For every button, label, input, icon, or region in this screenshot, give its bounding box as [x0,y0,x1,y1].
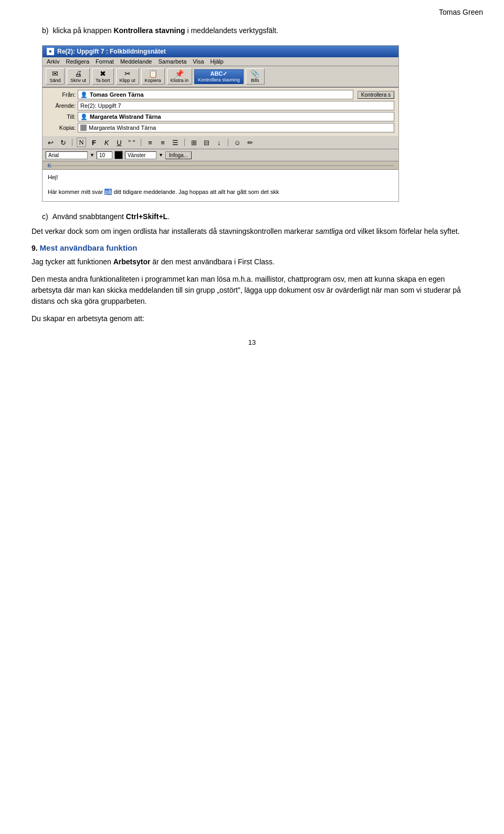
highlighted-word: på [104,189,112,195]
normal-btn[interactable]: N [77,138,86,147]
list-btn[interactable]: ☰ [171,139,180,147]
undo-btn[interactable]: ↩ [46,139,55,147]
email-menubar: Arkiv Redigera Format Meddelande Samarbe… [43,57,398,66]
section-9-para2: Du skapar en arbetsyta genom att: [32,313,472,324]
font-dropdown-arrow[interactable]: ▼ [90,152,94,158]
section-9-heading: Mest användbara funktion [40,243,138,252]
email-toolbar: ✉ Sänd 🖨 Skriv ut ✖ Ta bort ✂ Klipp ut 📋… [43,66,398,88]
page-number: 13 [248,338,256,346]
email-body[interactable]: Hej! Här kommer mitt svar på ditt tidiga… [43,170,398,201]
section-b-text2: i meddelandets verktygsfält. [185,26,278,35]
outdent-btn[interactable]: ⊟ [202,139,211,147]
intro-text2: är den mest användbara i First Class. [150,258,275,266]
to-label: Till: [47,114,76,120]
menu-samarbeta[interactable]: Samarbeta [159,58,187,65]
redo-btn[interactable]: ↻ [58,139,68,147]
para1-text1: Det verkar dock som om ingen ordlista ha… [32,227,316,235]
bold-format-btn[interactable]: F [89,139,99,147]
copy-label: Kopiera [145,78,161,83]
send-icon: ✉ [52,70,58,77]
color-picker[interactable] [114,151,123,159]
menu-meddelande[interactable]: Meddelande [120,58,152,65]
cc-label: Kopia: [47,125,76,131]
intro-text1: Jag tycker att funktionen [32,258,113,266]
subject-value: Re(2): Uppgift 7 [78,101,394,110]
copy-icon: 📋 [149,70,158,77]
arbetsytor-bold: Arbetsytor [113,258,151,266]
spellcheck-button[interactable]: ABC✓ Kontrollera stavning [194,69,244,84]
attachment-label: Bifo [251,78,259,83]
section-9-container: 9. Mest användbara funktion [32,243,472,252]
attachment-button[interactable]: 📎 Bifo [246,68,265,85]
author-name: Tomas Green [439,8,483,16]
menu-format[interactable]: Format [96,58,114,65]
second-toolbar: Arial ▼ 10 Vänster ▼ Infoga... [43,149,398,161]
from-label: Från: [47,91,76,98]
infoga-button[interactable]: Infoga... [165,151,192,159]
paste-label: Klistra in [171,78,189,83]
print-button[interactable]: 🖨 Skriv ut [67,68,90,85]
window-icon: ■ [47,48,54,55]
cc-value: Margareta Wistrand Tärna [78,123,394,132]
section-c-text2: . [167,212,170,221]
section-9-para1: Den mesta andra funktionaliteten i progr… [32,274,472,307]
emoji-btn[interactable]: ☺ [233,139,242,147]
insert-btn[interactable]: ↓ [214,139,224,147]
align-selector[interactable]: Vänster [125,151,156,159]
to-value: 👤 Margareta Wistrand Tärna [78,112,394,121]
format-bar: ↩ ↻ N F K U " " ≡ ≡ ☰ ⊞ ⊟ ↓ ☺ ✏ [43,136,398,149]
body-line-2 [48,181,393,188]
section-c-label: c) [42,212,48,221]
indent-btn[interactable]: ⊞ [189,139,198,147]
section-c-bold: Ctrl+Skift+L [126,212,167,221]
from-value: 👤 Tomas Green Tärna [78,90,353,99]
signature-btn[interactable]: ✏ [245,139,255,147]
paste-button[interactable]: 📌 Klistra in [167,68,193,85]
para1-text2: ord vilket liksom förfelar hela syftet. [343,227,460,235]
paste-icon: 📌 [175,70,184,77]
send-button[interactable]: ✉ Sänd [46,68,65,85]
cut-button[interactable]: ✂ Klipp ut [116,68,139,85]
delete-button[interactable]: ✖ Ta bort [92,68,114,85]
menu-redigera[interactable]: Redigera [66,58,89,65]
separator3 [184,139,185,146]
section-b-bold: Kontrollera stavning [113,26,185,35]
underline-btn[interactable]: U [114,139,124,147]
cc-field-row: Kopia: Margareta Wistrand Tärna [47,123,394,132]
section-9-intro: Jag tycker att funktionen Arbetsytor är … [32,256,472,267]
separator4 [228,139,228,146]
paragraph-1: Det verkar dock som om ingen ordlista ha… [32,226,472,237]
email-title: Re(2): Uppgift 7 : Folkbildningsnätet [57,48,166,55]
send-label: Sänd [49,78,60,83]
person-icon: 👤 [80,91,88,98]
section-c-text: Använd snabbtangent [52,212,126,221]
attachment-icon: 📎 [250,70,259,77]
ruler-bar: K [43,161,398,170]
size-selector[interactable]: 10 [97,151,112,159]
cut-label: Klipp ut [120,78,135,83]
menu-visa[interactable]: Visa [193,58,204,65]
align-right-btn[interactable]: ≡ [158,139,167,147]
align-dropdown-arrow[interactable]: ▼ [159,152,163,158]
separator1 [72,139,72,146]
delete-icon: ✖ [100,70,106,77]
italic-format-btn[interactable]: K [102,139,111,147]
delete-label: Ta bort [96,78,110,83]
spellcheck-icon: ABC✓ [210,71,227,77]
copy-button[interactable]: 📋 Kopiera [141,68,165,85]
person-icon-to: 👤 [80,114,88,120]
para1-italic: samtliga [316,227,343,235]
email-titlebar: ■ Re(2): Uppgift 7 : Folkbildningsnätet [43,46,398,57]
menu-hjalp[interactable]: Hjälp [211,58,224,65]
align-left-btn[interactable]: ≡ [145,139,155,147]
quote-btn[interactable]: " " [127,139,136,147]
body-line-3: Här kommer mitt svar på ditt tidigare me… [48,189,393,195]
section-9-number: 9. [32,244,38,252]
section-b-label: b) [42,26,48,35]
ruler-marker-start: K [48,163,51,169]
font-selector[interactable]: Arial [46,151,88,159]
menu-arkiv[interactable]: Arkiv [47,58,59,65]
spellcheck-label: Kontrollera stavning [198,77,240,83]
kontrollera-button[interactable]: Kontrollera s [358,91,394,99]
separator2 [141,139,141,146]
